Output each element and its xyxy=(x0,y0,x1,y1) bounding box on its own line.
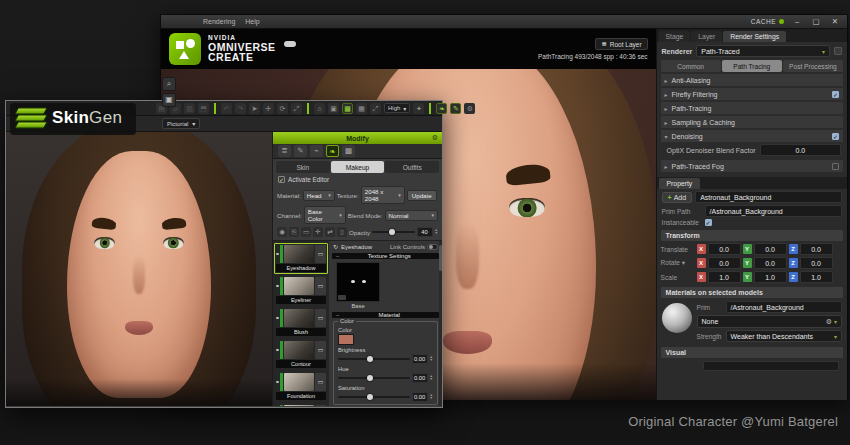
channel-dropdown[interactable]: Base Color ▾ xyxy=(304,206,346,224)
material-prim-field[interactable]: /Astronaut_Background xyxy=(726,301,842,313)
translate-z-field[interactable]: 0.0 xyxy=(800,243,833,255)
mask-icon[interactable]: ▭ xyxy=(301,227,311,237)
translate-y-field[interactable]: 0.0 xyxy=(754,243,787,255)
layer-item-eyebrow[interactable]: ▭ Eyebrow xyxy=(274,403,328,406)
tab-outfits[interactable]: Outfits xyxy=(385,161,439,173)
saturation-stepper[interactable]: ▲▼ xyxy=(430,394,433,401)
section-denoising[interactable]: ▾ Denoising ✓ xyxy=(661,130,843,142)
rotate-tool-icon[interactable]: ⟳ xyxy=(277,103,288,114)
renderer-dropdown[interactable]: Path-Traced ▾ xyxy=(696,45,830,57)
link-icon[interactable]: ⎘ xyxy=(289,227,299,237)
section-anti-aliasing[interactable]: ▸ Anti-Aliasing xyxy=(661,74,843,86)
add-button[interactable]: + Add xyxy=(662,192,693,203)
tab-makeup[interactable]: Makeup xyxy=(331,161,385,173)
color-swatch[interactable] xyxy=(338,334,354,345)
layer-item-eyeliner[interactable]: ▭ Eyeliner xyxy=(274,275,328,306)
detail-scrollbar[interactable] xyxy=(439,241,442,406)
tab-property[interactable]: Property xyxy=(659,178,701,189)
select-tool-icon[interactable]: ➤ xyxy=(249,103,260,114)
skin-tool-icon[interactable]: ❧ xyxy=(436,103,447,114)
renderer-lock-checkbox[interactable] xyxy=(834,47,842,55)
prim-path-field[interactable]: /Astronaut_Background xyxy=(705,205,842,217)
hue-slider[interactable] xyxy=(338,377,410,379)
layer-item-blush[interactable]: ▭ Blush xyxy=(274,307,328,338)
skingen-tab-icon[interactable]: ❧ xyxy=(326,145,339,157)
transform-section-header[interactable]: Transform xyxy=(661,230,843,241)
saturation-slider-handle[interactable] xyxy=(367,394,373,400)
minimize-button[interactable]: – xyxy=(791,17,803,26)
base-texture-thumbnail[interactable] xyxy=(336,262,380,302)
brightness-value[interactable]: 0.00 xyxy=(412,354,428,364)
subtab-post-processing[interactable]: Post Processing xyxy=(783,60,843,72)
section-firefly-filtering[interactable]: ▸ Firefly Filtering ✓ xyxy=(661,88,843,100)
scale-x-field[interactable]: 1.0 xyxy=(708,271,741,283)
grid-icon[interactable]: ▦ xyxy=(356,103,367,114)
close-button[interactable]: ✕ xyxy=(829,17,841,26)
hue-value[interactable]: 0.00 xyxy=(412,373,428,383)
light-icon[interactable]: ✦ xyxy=(413,103,424,114)
menu-help[interactable]: Help xyxy=(245,18,259,25)
snapshot-tool-icon[interactable]: ▣ xyxy=(162,93,176,107)
refresh-icon[interactable]: ↻ xyxy=(333,243,338,250)
quality-dropdown[interactable]: High ▾ xyxy=(384,103,410,113)
brightness-stepper[interactable]: ▲▼ xyxy=(430,356,433,363)
menu-rendering[interactable]: Rendering xyxy=(203,18,235,25)
visibility-dot-icon[interactable] xyxy=(276,373,279,391)
visibility-dot-icon[interactable] xyxy=(276,405,279,406)
visibility-dot-icon[interactable] xyxy=(276,309,279,327)
scale-tool-icon[interactable]: ⤢ xyxy=(291,103,302,114)
link-controls-toggle[interactable] xyxy=(427,244,438,250)
render-mode-icon[interactable]: ▩ xyxy=(342,103,353,114)
undo-icon[interactable]: ↶ xyxy=(221,103,232,114)
brightness-slider-handle[interactable] xyxy=(367,356,373,362)
chevron-down-icon[interactable]: ▾ xyxy=(682,259,685,266)
zoom-tool-icon[interactable]: ⌕ xyxy=(162,77,176,91)
opacity-stepper[interactable]: ▲▼ xyxy=(435,229,438,236)
pattern-tab-icon[interactable]: ▩ xyxy=(342,145,355,157)
material-dropdown[interactable]: None ⚙ ▾ xyxy=(697,315,842,328)
sliders-tab-icon[interactable]: ≣ xyxy=(278,145,291,157)
save-icon[interactable]: ▥ xyxy=(184,103,195,114)
flip-icon[interactable]: ⇄ xyxy=(325,227,335,237)
brush-tab-icon[interactable]: ✎ xyxy=(294,145,307,157)
opacity-slider[interactable] xyxy=(372,231,415,233)
blend-mode-dropdown[interactable]: Normal ▾ xyxy=(385,210,438,221)
scale-z-field[interactable]: 1.0 xyxy=(800,271,833,283)
expand-icon[interactable]: ⤢ xyxy=(370,103,381,114)
visibility-dot-icon[interactable] xyxy=(276,277,279,295)
mask-thumb-icon[interactable]: ▭ xyxy=(315,405,326,406)
skingen-viewport[interactable] xyxy=(6,132,272,406)
move-tool-icon[interactable]: ✛ xyxy=(263,103,274,114)
visibility-dot-icon[interactable] xyxy=(276,245,279,263)
visual-section-header[interactable]: Visual xyxy=(661,347,843,358)
makeup-tool-icon[interactable]: ✎ xyxy=(450,103,461,114)
material-dropdown[interactable]: Head ▾ xyxy=(303,190,335,201)
section-path-tracing[interactable]: ▸ Path-Tracing xyxy=(661,102,843,114)
scale-y-field[interactable]: 1.0 xyxy=(754,271,787,283)
gear-icon[interactable]: ⚙ xyxy=(432,134,438,142)
hue-slider-handle[interactable] xyxy=(367,375,373,381)
collapse-icon[interactable]: − xyxy=(336,253,340,259)
rotate-x-field[interactable]: 0.0 xyxy=(708,257,741,269)
saturation-slider[interactable] xyxy=(338,396,410,398)
mask-thumb-icon[interactable]: ▭ xyxy=(315,277,326,295)
omniverse-titlebar[interactable]: Rendering Help CACHE – ▢ ✕ xyxy=(161,15,847,29)
display-mode-dropdown[interactable]: Pictorial ▾ xyxy=(162,118,200,129)
delete-layer-icon[interactable]: ▯ xyxy=(337,227,347,237)
denoising-checkbox[interactable]: ✓ xyxy=(832,133,839,140)
visibility-icon[interactable]: ◉ xyxy=(277,227,287,237)
opacity-slider-handle[interactable] xyxy=(389,229,395,235)
fog-checkbox[interactable] xyxy=(832,163,839,170)
prim-name-field[interactable]: Astronaut_Background xyxy=(695,191,842,203)
tab-stage[interactable]: Stage xyxy=(659,31,691,42)
visibility-dot-icon[interactable] xyxy=(276,341,279,359)
camera-view-icon[interactable]: ▣ xyxy=(328,103,339,114)
section-path-traced-fog[interactable]: ▸ Path-Traced Fog xyxy=(661,160,843,172)
settings-tool-icon[interactable]: ⚙ xyxy=(464,103,475,114)
translate-x-field[interactable]: 0.0 xyxy=(708,243,741,255)
brightness-slider[interactable] xyxy=(338,358,410,360)
tab-skin[interactable]: Skin xyxy=(276,161,330,173)
materials-section-header[interactable]: Materials on selected models xyxy=(661,287,843,298)
instanceable-checkbox[interactable]: ✓ xyxy=(705,219,712,226)
home-view-icon[interactable]: ⌂ xyxy=(314,103,325,114)
